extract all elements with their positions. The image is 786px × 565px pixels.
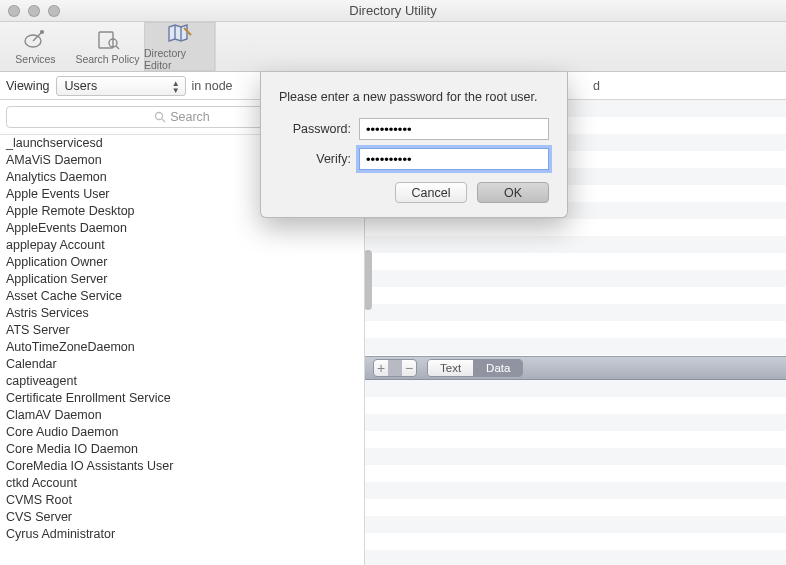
list-item[interactable]: Astris Services bbox=[0, 305, 364, 322]
cancel-button[interactable]: Cancel bbox=[395, 182, 467, 203]
titlebar: Directory Utility bbox=[0, 0, 786, 22]
viewing-select-value: Users bbox=[65, 79, 98, 93]
list-item[interactable]: Asset Cache Service bbox=[0, 288, 364, 305]
list-item[interactable]: captiveagent bbox=[0, 373, 364, 390]
scrollbar-thumb[interactable] bbox=[365, 250, 372, 310]
updown-arrows-icon: ▲▼ bbox=[172, 80, 180, 94]
svg-point-4 bbox=[156, 113, 163, 120]
toolbar-item-label: Search Policy bbox=[75, 53, 139, 65]
password-field[interactable] bbox=[359, 118, 549, 140]
toolbar-item-label: Directory Editor bbox=[144, 47, 215, 71]
list-item[interactable]: Application Owner bbox=[0, 254, 364, 271]
verify-field[interactable] bbox=[359, 148, 549, 170]
list-item[interactable]: applepay Account bbox=[0, 237, 364, 254]
map-pencil-icon bbox=[166, 22, 194, 46]
toolbar-item-services[interactable]: Services bbox=[0, 22, 72, 71]
list-item[interactable]: CVS Server bbox=[0, 509, 364, 526]
list-item[interactable]: ClamAV Daemon bbox=[0, 407, 364, 424]
list-item[interactable]: ATS Server bbox=[0, 322, 364, 339]
add-remove-buttons[interactable]: + − bbox=[373, 359, 417, 377]
detail-rows-bottom bbox=[365, 380, 786, 565]
list-item[interactable]: CoreMedia IO Assistants User bbox=[0, 458, 364, 475]
list-item[interactable]: CVMS Root bbox=[0, 492, 364, 509]
list-item[interactable]: Core Audio Daemon bbox=[0, 424, 364, 441]
trailing-text: d bbox=[593, 79, 600, 93]
verify-label: Verify: bbox=[279, 152, 351, 166]
plus-icon[interactable]: + bbox=[374, 360, 388, 376]
list-item[interactable]: Core Media IO Daemon bbox=[0, 441, 364, 458]
list-item[interactable]: ctkd Account bbox=[0, 475, 364, 492]
viewing-select[interactable]: Users ▲▼ bbox=[56, 76, 186, 96]
list-item[interactable]: AutoTimeZoneDaemon bbox=[0, 339, 364, 356]
in-node-label: in node bbox=[192, 79, 233, 93]
svg-point-1 bbox=[40, 31, 43, 34]
list-item[interactable]: Certificate Enrollment Service bbox=[0, 390, 364, 407]
text-data-segmented[interactable]: Text Data bbox=[427, 359, 523, 377]
toolbar-item-label: Services bbox=[15, 53, 55, 65]
magnifier-document-icon bbox=[94, 28, 122, 52]
list-item[interactable]: Calendar bbox=[0, 356, 364, 373]
action-strip: + − Text Data bbox=[365, 356, 786, 380]
password-label: Password: bbox=[279, 122, 351, 136]
sheet-prompt: Please enter a new password for the root… bbox=[279, 90, 549, 104]
search-icon bbox=[154, 111, 166, 123]
toolbar: Services Search Policy Directory Editor bbox=[0, 22, 786, 72]
window-title: Directory Utility bbox=[0, 3, 786, 18]
list-item[interactable]: Application Server bbox=[0, 271, 364, 288]
toolbar-item-directory-editor[interactable]: Directory Editor bbox=[144, 22, 216, 71]
segment-data[interactable]: Data bbox=[473, 360, 522, 376]
minus-icon[interactable]: − bbox=[402, 360, 416, 376]
toolbar-item-search-policy[interactable]: Search Policy bbox=[72, 22, 144, 71]
list-item[interactable]: Cyrus Administrator bbox=[0, 526, 364, 543]
search-placeholder: Search bbox=[170, 110, 210, 124]
password-sheet: Please enter a new password for the root… bbox=[260, 72, 568, 218]
segment-text[interactable]: Text bbox=[428, 360, 473, 376]
ok-button[interactable]: OK bbox=[477, 182, 549, 203]
viewing-label: Viewing bbox=[6, 79, 50, 93]
list-item[interactable]: AppleEvents Daemon bbox=[0, 220, 364, 237]
satellite-dish-icon bbox=[22, 28, 50, 52]
